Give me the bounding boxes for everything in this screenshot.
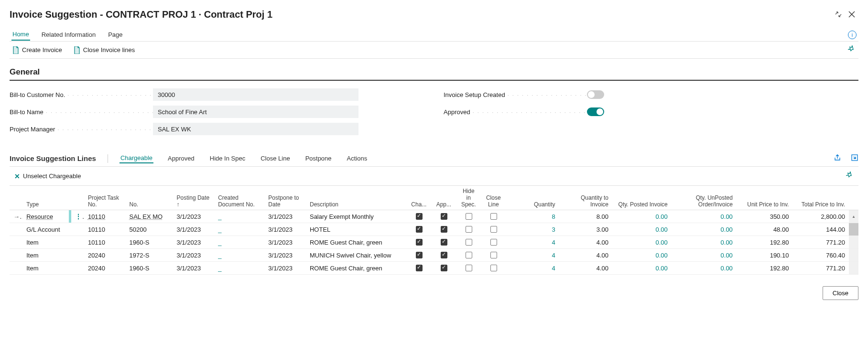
type-link[interactable]: Resource [26,213,53,220]
tab-home[interactable]: Home [11,29,30,41]
col-qty-unposted[interactable]: Qty. UnPosted Order/Invoice [672,186,737,210]
col-qty-posted[interactable]: Qty. Posted Invoice [612,186,672,210]
col-type[interactable]: Type [22,186,69,210]
project-manager-label: Project Manager [10,126,153,133]
col-app[interactable]: App... [431,186,456,210]
approved-toggle[interactable] [587,107,604,116]
hide-checkbox[interactable] [466,239,472,246]
row-arrow-icon: → [13,213,22,220]
table-row[interactable]: Item101101960-S3/1/2023_3/1/2023ROME Gue… [10,236,858,249]
col-created[interactable]: Created Document No. [214,186,264,210]
pin-icon[interactable] [846,172,854,181]
hide-checkbox[interactable] [466,265,472,271]
lines-tab-chargeable[interactable]: Chargeable [119,153,153,163]
chargeable-checkbox[interactable] [416,239,423,246]
invoice-setup-toggle[interactable] [587,90,604,99]
col-total-price[interactable]: Total Price to Inv. [792,186,849,210]
tab-page[interactable]: Page [107,29,123,40]
lines-tab-closeline[interactable]: Close Line [260,154,291,163]
lines-tab-postpone[interactable]: Postpone [304,154,333,163]
expand-icon[interactable] [851,154,858,163]
approved-label: Approved [444,108,587,116]
pin-icon[interactable] [848,45,856,54]
col-no[interactable]: No. [126,186,173,210]
create-invoice-label: Create Invoice [22,46,62,54]
table-row[interactable]: →Resource⋮10110SAL EX MO3/1/2023_3/1/202… [10,210,858,223]
hide-checkbox[interactable] [466,226,472,233]
close-invoice-lines-label: Close Invoice lines [83,46,135,54]
page-title: Invoice Suggestion - CONTRACT PROJ 1 · C… [10,9,832,20]
billto-no-label: Bill-to Customer No. [10,91,153,98]
restore-icon[interactable] [832,8,845,21]
unselect-chargeable-button[interactable]: Unselect Chargeable [23,172,81,180]
billto-name-label: Bill-to Name [10,108,153,116]
close-checkbox[interactable] [490,226,497,233]
document-icon [74,46,80,54]
share-icon[interactable] [834,154,841,163]
col-posting[interactable]: Posting Date ↑ [173,186,215,210]
col-cha[interactable]: Cha... [406,186,431,210]
approved-checkbox[interactable] [441,265,447,271]
no-link[interactable]: SAL EX MO [130,213,163,220]
col-unit-price[interactable]: Unit Price to Inv. [737,186,793,210]
task-no-link[interactable]: 10110 [88,213,105,220]
billto-no-field[interactable]: 30000 [153,88,358,101]
col-postpone[interactable]: Postpone to Date [264,186,306,210]
approved-checkbox[interactable] [441,226,447,233]
document-icon [12,46,19,54]
general-header: General [10,67,858,81]
tab-related-info[interactable]: Related Information [41,29,97,40]
lines-tab-actions[interactable]: Actions [346,154,369,163]
table-row[interactable]: Item202401972-S3/1/2023_3/1/2023MUNICH S… [10,249,858,262]
col-close[interactable]: Close Line [481,186,506,210]
hide-checkbox[interactable] [466,213,472,220]
approved-checkbox[interactable] [441,213,447,220]
col-hide[interactable]: Hide in Spec. [456,186,481,210]
close-checkbox[interactable] [490,239,497,246]
table-row[interactable]: Item202401960-S3/1/2023_3/1/2023ROME Gue… [10,262,858,275]
close-checkbox[interactable] [490,252,497,258]
col-qty[interactable]: Quantity [506,186,559,210]
hide-checkbox[interactable] [466,252,472,258]
close-icon[interactable] [845,8,858,21]
col-task-no[interactable]: Project Task No. [84,186,126,210]
chargeable-checkbox[interactable] [416,265,423,271]
invoice-lines-table[interactable]: Type Project Task No. No. Posting Date ↑… [10,186,858,275]
invoice-setup-label: Invoice Setup Created [444,91,587,98]
row-more-icon[interactable]: ⋮ [75,213,84,220]
col-qty-inv[interactable]: Quantity to Invoice [559,186,612,210]
chargeable-checkbox[interactable] [416,252,423,258]
col-desc[interactable]: Description [306,186,406,210]
chargeable-checkbox[interactable] [416,213,423,220]
chargeable-checkbox[interactable] [416,226,423,233]
unselect-x-icon[interactable]: ✕ [14,172,20,180]
create-invoice-button[interactable]: Create Invoice [12,46,62,54]
close-invoice-lines-button[interactable]: Close Invoice lines [74,46,135,54]
info-icon[interactable]: i [848,31,857,39]
lines-tab-approved[interactable]: Approved [167,154,195,163]
project-manager-field[interactable]: SAL EX WK [153,123,358,135]
approved-checkbox[interactable] [441,252,447,258]
close-checkbox[interactable] [490,213,497,220]
lines-header: Invoice Suggestion Lines [10,154,96,162]
billto-name-field[interactable]: School of Fine Art [153,106,358,118]
close-checkbox[interactable] [490,265,497,271]
table-row[interactable]: G/L Account10110502003/1/2023_3/1/2023HO… [10,223,858,236]
lines-tab-hide[interactable]: Hide In Spec [209,154,246,163]
close-button[interactable]: Close [823,286,858,300]
approved-checkbox[interactable] [441,239,447,246]
